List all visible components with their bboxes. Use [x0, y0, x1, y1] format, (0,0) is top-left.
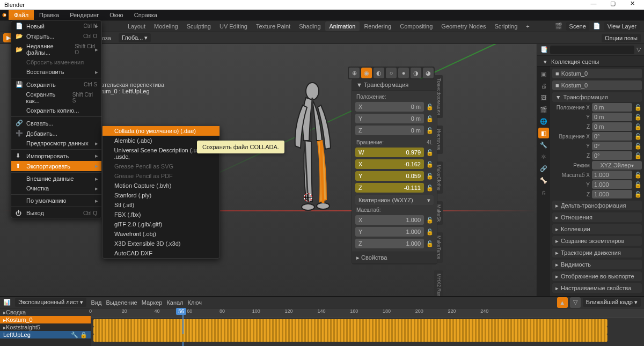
lock-icon[interactable]: 🔓 — [426, 229, 434, 235]
sec-motionpaths[interactable]: ▸ Траектории движения — [552, 248, 642, 257]
tl-key[interactable]: Ключ — [188, 299, 202, 306]
menu-render[interactable]: Рендеринг — [64, 10, 104, 20]
rot-mode[interactable]: Кватернион (WXYZ)▾ — [355, 195, 434, 205]
export-menu-item[interactable]: FBX (.fbx) — [103, 210, 219, 219]
tab-sculpting[interactable]: Sculpting — [182, 21, 215, 31]
prop-locz[interactable]: 0 m — [592, 122, 632, 131]
pos-x[interactable]: X0 m — [355, 102, 424, 112]
tl-marker[interactable]: Маркер — [142, 299, 163, 306]
scale-y[interactable]: Y1.000 — [355, 227, 424, 237]
prop-rotmode[interactable]: XYZ Эйлер ▾ — [592, 161, 642, 170]
keyframes-row[interactable] — [93, 319, 608, 327]
file-menu-item[interactable]: ⏻ВыходCtrl Q — [11, 207, 101, 218]
menu-file[interactable]: Файл — [9, 10, 34, 20]
ptab-data[interactable]: 🦴 — [538, 175, 549, 186]
shading-wire[interactable]: ○ — [386, 68, 397, 78]
outliner-root[interactable]: ▾Коллекция сцены — [539, 57, 642, 67]
menu-edit[interactable]: Правка — [34, 10, 64, 20]
file-menu-item[interactable]: Внешние данные▸ — [11, 172, 101, 183]
file-menu-item[interactable]: Очистка▸ — [11, 183, 101, 193]
lock-icon[interactable]: 🔓 — [426, 127, 434, 134]
export-menu-item[interactable]: Stanford (.ply) — [103, 190, 219, 200]
shading-solid[interactable]: ● — [398, 68, 409, 78]
ptab-constraints[interactable]: 🔗 — [538, 163, 549, 174]
rot-y[interactable]: Y0.059 — [355, 171, 424, 181]
close-button[interactable]: ✕ — [623, 0, 642, 7]
overlay-toggle[interactable]: ◉ — [361, 68, 372, 78]
file-menu-item[interactable]: Предпросмотр данных▸ — [11, 138, 101, 148]
summary-row[interactable]: ▸ Сводка — [0, 308, 91, 316]
sec-vpdisplay[interactable]: ▸ Отображение во вьюпорте — [552, 271, 642, 281]
lock-icon[interactable]: 🔓 — [426, 240, 434, 247]
lock-icon[interactable]: 🔓 — [634, 104, 642, 111]
dopesheet-mode[interactable]: Экспозиционный лист ▾ — [15, 298, 86, 307]
ptab-world[interactable]: 🌐 — [538, 116, 549, 127]
tl-view[interactable]: Вид — [91, 299, 101, 306]
file-menu-item[interactable]: 📂Открыть...Ctrl O — [11, 31, 101, 41]
prop-sclz[interactable]: 1.000 — [592, 190, 632, 198]
rot-w[interactable]: W0.979 — [355, 148, 424, 157]
lock-icon[interactable]: 🔓 — [634, 133, 642, 140]
tl-filter-icon[interactable]: ▽ — [570, 297, 581, 308]
prop-sclx[interactable]: 1.000 — [592, 171, 632, 179]
ptab-viewlayer[interactable]: 🖼 — [538, 92, 549, 103]
rot-z[interactable]: Z-0.111 — [355, 183, 424, 193]
lock-icon[interactable]: 🔓 — [634, 181, 642, 188]
xray-toggle[interactable]: ◐ — [374, 68, 384, 78]
tab-scripting[interactable]: Scripting — [490, 21, 522, 31]
prop-roty[interactable]: 0° — [592, 142, 632, 150]
export-menu-item[interactable]: Motion Capture (.bvh) — [103, 181, 219, 190]
ptab-physics[interactable]: ⚛ — [538, 151, 549, 162]
lock-icon[interactable]: 🔓 — [426, 161, 434, 168]
scene-selector[interactable]: Scene — [566, 22, 589, 31]
tab-animation[interactable]: Animation — [325, 21, 360, 31]
pose-options[interactable]: Опции позы — [602, 34, 641, 42]
export-menu-item[interactable]: glTF 2.0 (.glb/.gltf) — [103, 219, 219, 229]
tab-shading[interactable]: Shading — [295, 21, 325, 31]
gizmo-toggle[interactable]: ⊕ — [349, 68, 360, 78]
shading-matprev[interactable]: ◑ — [411, 68, 421, 78]
prop-rotx[interactable]: 0° — [592, 132, 632, 141]
sec-visibility[interactable]: ▸ Видимость — [552, 260, 642, 269]
scale-x[interactable]: X1.000 — [355, 215, 424, 225]
tl-onlysel[interactable]: ▲ — [557, 297, 568, 308]
file-menu-item[interactable]: 🔗Связать... — [11, 116, 101, 128]
editor-type-icon[interactable]: 📊 — [3, 299, 11, 306]
file-menu-item[interactable]: 📄НовыйCtrl N▸ — [11, 21, 101, 31]
lock-icon[interactable]: 🔓 — [426, 173, 434, 180]
lock-icon[interactable]: 🔓 — [426, 115, 434, 122]
object-name[interactable]: ■ Kostum_0 — [552, 80, 642, 90]
sec-relations[interactable]: ▸ Отношения — [552, 212, 642, 222]
tab-modeling[interactable]: Modeling — [150, 21, 182, 31]
lock-icon[interactable]: 🔓 — [426, 149, 434, 156]
file-menu-item[interactable]: 💾СохранитьCtrl S — [11, 78, 101, 90]
file-menu-item[interactable]: Восстановить▸ — [11, 67, 101, 77]
keyframe-area[interactable]: 020406080100120140160180200220240 56 — [91, 308, 644, 346]
orientation-selector[interactable]: Глоба... ▾ — [119, 33, 151, 42]
keyframes-row[interactable] — [93, 334, 608, 342]
file-menu-item[interactable]: Сохранить копию... — [11, 106, 101, 115]
pos-z[interactable]: Z0 m — [355, 126, 424, 135]
export-menu-item[interactable]: Collada (по умолчанию) (.dae) — [103, 126, 219, 136]
prop-locx[interactable]: 0 m — [592, 103, 632, 112]
npanel-title[interactable]: ▼ Трансформация — [352, 79, 437, 91]
sec-customprops[interactable]: ▸ Настраиваемые свойства — [552, 283, 642, 293]
lock-icon[interactable]: 🔓 — [426, 104, 434, 111]
prop-scly[interactable]: 1.000 — [592, 180, 632, 189]
track-leftupleg[interactable]: LeftUpLeg 🔧 🔒 — [0, 331, 91, 338]
shading-rendered[interactable]: ◕ — [423, 68, 434, 78]
file-menu-item[interactable]: ⬆Экспортировать▸ — [11, 161, 101, 171]
export-menu-item[interactable]: X3D Extensible 3D (.x3d) — [103, 239, 219, 248]
scale-z[interactable]: Z1.000 — [355, 239, 424, 248]
file-menu-item[interactable]: По умолчанию▸ — [11, 194, 101, 205]
rot-x[interactable]: X-0.162 — [355, 159, 424, 169]
tl-channel[interactable]: Канал — [166, 299, 183, 306]
sec-transform[interactable]: ▼ Трансформация — [552, 92, 642, 102]
sidetab-mhx2[interactable]: MHX2 Runti — [434, 270, 443, 296]
ptab-scene[interactable]: 🎬 — [538, 104, 549, 115]
outliner-search[interactable] — [550, 46, 634, 54]
armature-mannequin[interactable] — [279, 82, 354, 221]
tab-uv[interactable]: UV Editing — [215, 21, 252, 31]
track-kostum[interactable]: ▸ Kostum_0 — [0, 316, 91, 323]
tab-geonodes[interactable]: Geometry Nodes — [437, 21, 490, 31]
